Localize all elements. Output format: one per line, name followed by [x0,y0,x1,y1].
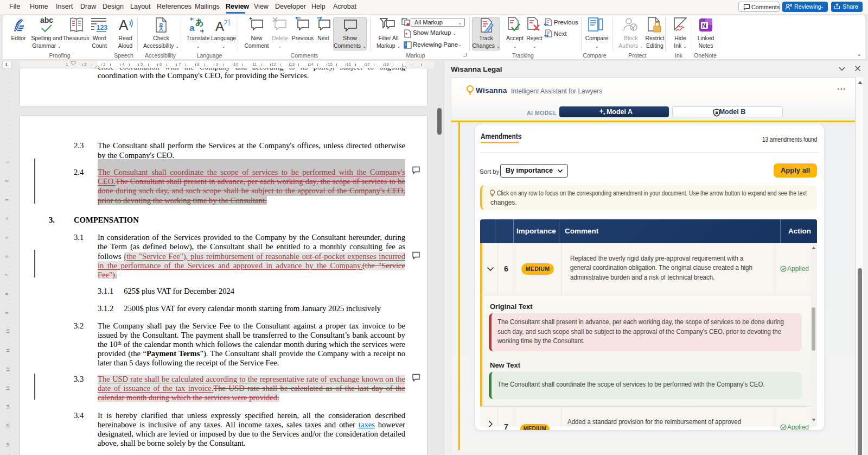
svg-text:N: N [702,22,706,29]
svg-text:a: a [189,23,195,33]
svg-text:A: A [119,17,129,33]
svg-text:가: 가 [224,18,231,26]
svg-text:あ: あ [195,17,203,27]
svg-text:A: A [215,19,224,33]
svg-text:123: 123 [97,24,107,31]
